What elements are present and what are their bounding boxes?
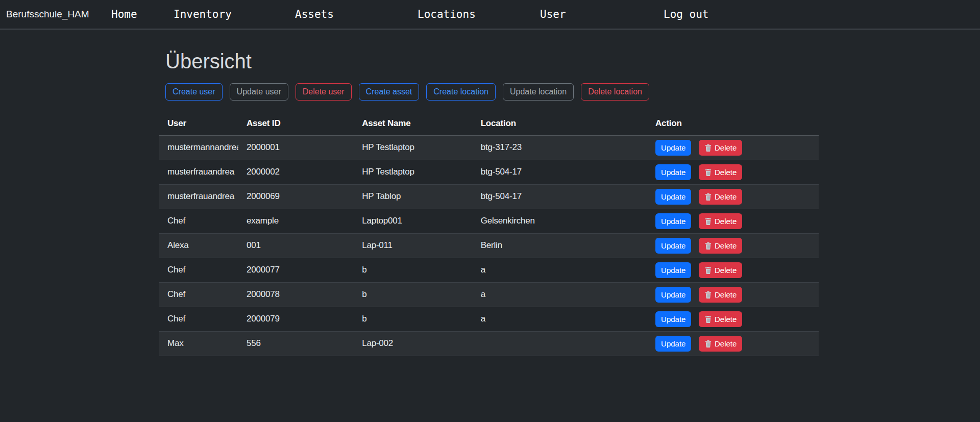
cell-asset-name: Laptop001 [354,209,473,233]
toolbar-button[interactable]: Update location [503,83,574,101]
cell-action: Update Delete [647,160,819,184]
delete-button[interactable]: Delete [699,164,742,180]
cell-asset-name: Lap-011 [354,233,473,258]
trash-icon [704,168,712,176]
delete-button[interactable]: Delete [699,336,742,352]
cell-asset-id: 001 [238,233,354,258]
delete-button[interactable]: Delete [699,311,742,327]
nav-link[interactable]: User [540,8,566,20]
cell-action: Update Delete [647,233,819,258]
update-button[interactable]: Update [655,287,691,303]
cell-asset-id: 2000077 [238,258,354,282]
update-button[interactable]: Update [655,164,691,180]
cell-action: Update Delete [647,135,819,160]
cell-asset-name: HP Testlaptop [354,135,473,160]
cell-asset-id: 2000001 [238,135,354,160]
cell-asset-id: 2000078 [238,282,354,307]
cell-asset-id: 2000002 [238,160,354,184]
nav-item: Home [111,8,174,20]
navbar-brand[interactable]: Berufsschule_HAM [6,9,89,20]
nav-item: Log out [664,8,709,20]
cell-asset-id: 2000079 [238,307,354,331]
cell-user: Chef [159,258,238,282]
nav-menu: Home Inventory Assets Locations User Log… [111,0,709,29]
cell-location: btg-504-17 [473,160,647,184]
table-body: mustermannandreas 2000001 HP Testlaptop … [159,135,819,356]
trash-icon [704,217,712,225]
cell-location: Gelsenkirchen [473,209,647,233]
cell-action: Update Delete [647,307,819,331]
column-header: Asset Name [354,112,473,135]
cell-action: Update Delete [647,209,819,233]
cell-location: a [473,258,647,282]
table-row: Chef 2000078 b a Update [159,282,819,307]
update-button[interactable]: Update [655,262,691,278]
toolbar-button[interactable]: Delete user [296,83,352,101]
delete-button[interactable]: Delete [699,262,742,278]
delete-button-label: Delete [715,143,737,152]
trash-icon [704,144,712,152]
nav-item: User [540,8,664,20]
delete-button[interactable]: Delete [699,238,742,254]
trash-icon [704,315,712,323]
cell-user: Chef [159,209,238,233]
toolbar-button[interactable]: Delete location [581,83,649,101]
trash-icon [704,340,712,347]
nav-link[interactable]: Locations [418,8,476,20]
toolbar-button[interactable]: Create location [426,83,496,101]
navbar: Berufsschule_HAM Home Inventory Assets L… [0,0,980,30]
update-button[interactable]: Update [655,311,691,327]
cell-asset-id: 556 [238,331,354,356]
cell-location: Berlin [473,233,647,258]
cell-action: Update Delete [647,258,819,282]
nav-link[interactable]: Log out [664,8,709,20]
table-row: musterfrauandrea 2000002 HP Testlaptop b… [159,160,819,184]
trash-icon [704,242,712,250]
trash-icon [704,266,712,274]
trash-icon [704,193,712,201]
delete-button[interactable]: Delete [699,287,742,303]
delete-button-label: Delete [715,168,737,177]
delete-button-label: Delete [715,217,737,226]
toolbar-button[interactable]: Create asset [359,83,420,101]
table-row: Alexa 001 Lap-011 Berlin Update [159,233,819,258]
cell-location: btg-317-23 [473,135,647,160]
nav-item: Locations [418,8,540,20]
delete-button-label: Delete [715,266,737,275]
nav-item: Inventory [174,8,295,20]
toolbar-button[interactable]: Create user [165,83,223,101]
column-header: User [159,112,238,135]
cell-asset-id: example [238,209,354,233]
cell-asset-name: b [354,307,473,331]
table-row: Chef 2000079 b a Update [159,307,819,331]
nav-link[interactable]: Home [111,8,137,20]
cell-user: Alexa [159,233,238,258]
cell-asset-id: 2000069 [238,184,354,209]
cell-asset-name: HP Tablop [354,184,473,209]
table-header-row: User Asset ID Asset Name Location Action [159,112,819,135]
cell-user: mustermannandreas [159,135,238,160]
table-row: Max 556 Lap-002 Update [159,331,819,356]
table-row: mustermannandreas 2000001 HP Testlaptop … [159,135,819,160]
toolbar-button[interactable]: Update user [230,83,288,101]
cell-location: btg-504-17 [473,184,647,209]
update-button[interactable]: Update [655,140,691,156]
cell-location: a [473,307,647,331]
delete-button[interactable]: Delete [699,189,742,205]
nav-link[interactable]: Inventory [174,8,232,20]
update-button[interactable]: Update [655,238,691,254]
delete-button[interactable]: Delete [699,140,742,156]
cell-asset-name: Lap-002 [354,331,473,356]
nav-link[interactable]: Assets [295,8,334,20]
cell-asset-name: b [354,258,473,282]
update-button[interactable]: Update [655,336,691,352]
delete-button-label: Delete [715,315,737,324]
update-button[interactable]: Update [655,189,691,205]
delete-button[interactable]: Delete [699,213,742,229]
column-header: Location [473,112,647,135]
update-button[interactable]: Update [655,213,691,229]
column-header: Asset ID [238,112,354,135]
trash-icon [704,291,712,299]
delete-button-label: Delete [715,192,737,201]
delete-button-label: Delete [715,339,737,348]
